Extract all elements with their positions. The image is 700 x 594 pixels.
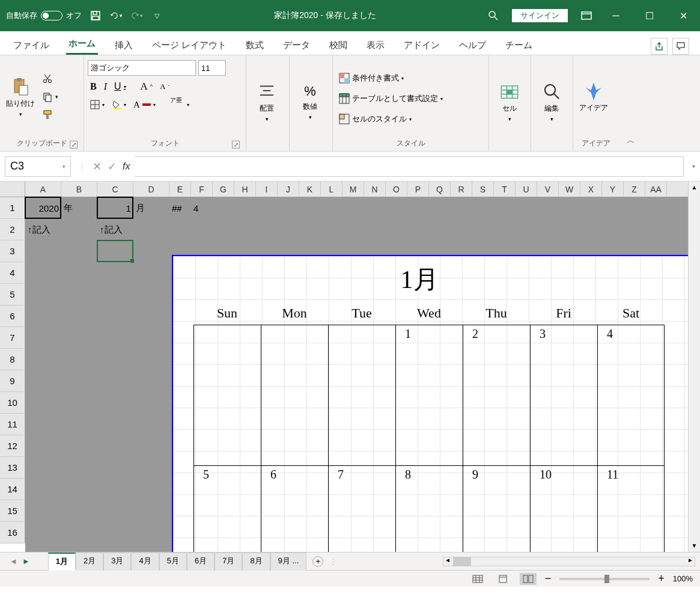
col-header[interactable]: N xyxy=(364,182,386,197)
row-header[interactable]: 11 xyxy=(0,414,25,435)
borders-button[interactable]: ▾ xyxy=(88,97,107,112)
fx-icon[interactable]: fx xyxy=(123,161,130,172)
new-sheet-button[interactable]: + xyxy=(312,556,323,567)
col-header[interactable]: R xyxy=(451,182,472,197)
cell[interactable]: 年 xyxy=(61,197,97,219)
tab-review[interactable]: 校閲 xyxy=(327,35,350,55)
cut-button[interactable] xyxy=(40,72,61,86)
tab-insert[interactable]: 挿入 xyxy=(112,35,135,55)
tab-home[interactable]: ホーム xyxy=(66,33,98,55)
row-header[interactable]: 1 xyxy=(0,197,25,219)
page-break-view-button[interactable] xyxy=(520,573,537,585)
bold-button[interactable]: B xyxy=(88,79,99,94)
ribbon-display-icon[interactable] xyxy=(580,9,593,22)
col-header[interactable]: F xyxy=(191,182,213,197)
font-name-select[interactable] xyxy=(88,60,196,76)
cell[interactable]: ## xyxy=(169,197,191,219)
cell[interactable]: ↑記入 xyxy=(25,219,61,240)
alignment-button[interactable]: 配置▾ xyxy=(250,58,284,146)
row-header[interactable]: 15 xyxy=(0,500,25,522)
ideas-button[interactable]: アイデア xyxy=(577,58,610,136)
select-all-corner[interactable] xyxy=(0,182,25,197)
cell[interactable]: 4 xyxy=(191,197,213,219)
row-header[interactable]: 12 xyxy=(0,435,25,457)
col-header[interactable]: Z xyxy=(624,182,645,197)
italic-button[interactable]: I xyxy=(102,79,109,94)
col-header[interactable]: B xyxy=(61,182,97,197)
cell[interactable]: 月 xyxy=(133,197,169,219)
enter-formula-icon[interactable]: ✓ xyxy=(108,160,117,173)
increase-font-button[interactable]: A^ xyxy=(138,79,156,94)
zoom-out-button[interactable]: − xyxy=(545,572,552,585)
tab-view[interactable]: 表示 xyxy=(364,35,387,55)
tab-team[interactable]: チーム xyxy=(503,35,535,55)
row-header[interactable]: 13 xyxy=(0,457,25,479)
search-icon[interactable] xyxy=(487,9,500,22)
sheet-tab[interactable]: 9月 ... xyxy=(270,553,307,571)
signin-button[interactable]: サインイン xyxy=(512,9,568,22)
cell[interactable]: ↑記入 xyxy=(97,219,133,240)
col-header[interactable]: H xyxy=(234,182,256,197)
col-header[interactable]: D xyxy=(133,182,169,197)
close-button[interactable]: ✕ xyxy=(672,5,694,26)
col-header[interactable]: Q xyxy=(429,182,451,197)
col-header[interactable]: I xyxy=(256,182,278,197)
decrease-font-button[interactable]: Aˇ xyxy=(157,79,172,94)
cell-styles-button[interactable]: セルのスタイル ▾ xyxy=(336,112,445,126)
underline-button[interactable]: U ▾ xyxy=(112,79,129,94)
sheet-tab[interactable]: 3月 xyxy=(103,553,131,571)
vertical-scrollbar[interactable]: ▲ ▼ xyxy=(688,182,700,552)
col-header[interactable]: Y xyxy=(602,182,624,197)
sheet-tab[interactable]: 4月 xyxy=(131,553,159,571)
col-header[interactable]: K xyxy=(299,182,321,197)
format-as-table-button[interactable]: テーブルとして書式設定 ▾ xyxy=(336,91,445,106)
tab-help[interactable]: ヘルプ xyxy=(457,35,488,55)
font-size-select[interactable] xyxy=(198,60,226,76)
tab-data[interactable]: データ xyxy=(281,35,312,55)
sheet-tab[interactable]: 6月 xyxy=(187,553,215,571)
sheet-tab[interactable]: 1月 xyxy=(48,553,76,571)
col-header[interactable]: E xyxy=(169,182,191,197)
normal-view-button[interactable] xyxy=(469,573,486,585)
sheet-nav-next-icon[interactable]: ► xyxy=(22,557,30,566)
conditional-format-button[interactable]: 条件付き書式 ▾ xyxy=(336,71,445,85)
row-header[interactable]: 10 xyxy=(0,392,25,414)
col-header[interactable]: T xyxy=(494,182,516,197)
page-layout-view-button[interactable] xyxy=(495,573,511,585)
col-header[interactable]: AA xyxy=(645,182,667,197)
collapse-ribbon-icon[interactable]: ︿ xyxy=(627,135,635,146)
font-color-button[interactable]: A ▾ xyxy=(131,97,158,112)
col-header[interactable]: S xyxy=(472,182,494,197)
row-header[interactable]: 6 xyxy=(0,305,25,327)
zoom-level[interactable]: 100% xyxy=(673,574,693,583)
tab-formulas[interactable]: 数式 xyxy=(243,35,266,55)
row-header[interactable]: 7 xyxy=(0,327,25,349)
tab-page-layout[interactable]: ページ レイアウト xyxy=(150,35,229,55)
col-header[interactable]: P xyxy=(407,182,429,197)
maximize-button[interactable]: ☐ xyxy=(639,5,660,26)
paste-button[interactable]: 貼り付け▾ xyxy=(4,58,37,136)
tab-addins[interactable]: アドイン xyxy=(401,35,442,55)
row-header[interactable]: 8 xyxy=(0,349,25,370)
col-header[interactable]: A xyxy=(25,182,61,197)
sheet-tab[interactable]: 2月 xyxy=(76,553,103,571)
quickaccess-customize-icon[interactable]: ▽ xyxy=(150,9,163,22)
col-header[interactable]: J xyxy=(278,182,299,197)
fill-color-button[interactable]: ▾ xyxy=(109,97,129,112)
autosave-toggle[interactable]: 自動保存 オフ xyxy=(6,10,82,21)
copy-button[interactable]: ▾ xyxy=(40,90,61,104)
formula-input[interactable] xyxy=(135,156,684,177)
font-launcher[interactable]: ⤢ xyxy=(232,141,240,148)
col-header[interactable]: C xyxy=(97,182,133,197)
undo-icon[interactable]: ▾ xyxy=(109,9,123,22)
redo-icon[interactable]: ▾ xyxy=(130,9,143,22)
col-header[interactable]: G xyxy=(213,182,234,197)
col-header[interactable]: X xyxy=(580,182,602,197)
clipboard-launcher[interactable]: ⤢ xyxy=(70,141,78,148)
tab-file[interactable]: ファイル xyxy=(11,35,52,55)
row-header[interactable]: 16 xyxy=(0,522,25,543)
col-header[interactable]: U xyxy=(516,182,537,197)
horizontal-scrollbar[interactable]: ◄ ► xyxy=(443,557,695,566)
col-header[interactable]: L xyxy=(321,182,342,197)
sheet-tab[interactable]: 8月 xyxy=(242,553,270,571)
